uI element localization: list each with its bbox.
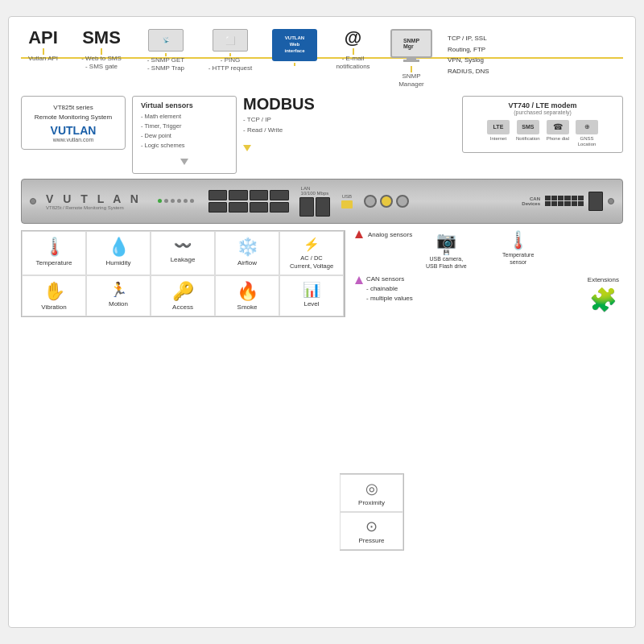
virtual-sensors-box: Virtual sensors - Math element- Timer, T… [132, 96, 237, 174]
rack-port [270, 190, 289, 200]
vt825-line1: VT825t series [30, 103, 117, 113]
ping-label: - PING- HTTP request [208, 56, 253, 73]
sensor-acdc: ⚡ AC / DCCurrent, Voltage [279, 231, 344, 276]
modbus-title: MODBUS [243, 96, 324, 112]
modbus-list: - TCP / IP- Read / Write [243, 115, 324, 136]
web-icon: VUTLANWebinterface [272, 29, 317, 61]
vt740-lte: LTE Internet [487, 120, 510, 147]
rack-can-label: CANDevices [522, 196, 540, 206]
rack-circles [364, 195, 409, 208]
rack-led-gray5 [190, 199, 194, 203]
api-connector-down [43, 48, 44, 55]
rack-logo: V U T L A N [46, 192, 142, 205]
sms-item: SMS - Web to SMS- SMS gate [73, 29, 130, 72]
email-title: @ [345, 29, 361, 47]
main-container: API Vutlan API SMS - Web to SMS- SMS gat… [8, 16, 636, 628]
access-icon: 🔑 [172, 283, 194, 300]
api-title: API [28, 29, 58, 47]
access-label: Access [172, 303, 193, 311]
sms-connector-down [101, 48, 102, 55]
proximity-pressure-column: ◎ Proximity ⊙ Pressure [340, 473, 404, 551]
right-annotations-area: Analog sensors 📷 💾 USB camera,USB Flash … [345, 230, 623, 318]
rack-led-gray4 [184, 199, 188, 203]
rack-port [208, 190, 228, 200]
snmp-get-item: 📡 - SNMP GET- SNMP Trap [138, 29, 194, 73]
sms-title: SMS [82, 29, 121, 47]
rack-right-area: CANDevices [522, 192, 614, 211]
rack-port [229, 190, 248, 200]
sensor-temperature: 🌡️ Temperature [22, 231, 86, 276]
rack-circle2 [380, 195, 393, 208]
snmp-label: - SNMP GET- SNMP Trap [147, 56, 185, 73]
vt740-title: VT740 / LTE modem [471, 101, 614, 109]
extensions-label: Extensions [588, 276, 619, 283]
rack-subtitle: VT825t / Remote Monitoring System [46, 205, 142, 210]
humidity-icon: 💧 [108, 238, 130, 256]
sms-label: - Web to SMS- SMS gate [81, 55, 122, 72]
airflow-label: Airflow [237, 259, 257, 266]
vt740-sms: SMS Notification [516, 120, 540, 147]
middle-section: VT825t series Remote Monitoring System V… [21, 96, 623, 174]
snmp-icon: 📡 [163, 37, 170, 43]
rack-port [250, 202, 269, 213]
api-item: API Vutlan API [21, 29, 65, 63]
web-interface-item: VUTLANWebinterface [266, 29, 323, 66]
vt825-brand: VUTLAN [30, 124, 117, 137]
vibration-label: Vibration [41, 303, 66, 311]
vt740-box: VT740 / LTE modem (purchased separately)… [462, 96, 623, 153]
web-connector [294, 63, 295, 66]
rack-usb-port [341, 200, 353, 208]
pressure-label: Pressure [358, 537, 384, 544]
rack-screw-right [608, 198, 614, 204]
vibration-icon: ✋ [43, 283, 65, 300]
rack-io-pins [545, 196, 584, 206]
analog-arrow-up [355, 230, 363, 238]
vt740-gnss: ⊕ GNSSLocation [576, 120, 598, 147]
rack-circle3 [396, 195, 409, 208]
smoke-icon: 🔥 [237, 283, 258, 300]
level-icon: 📊 [303, 283, 320, 297]
temperature-icon: 🌡️ [43, 238, 65, 256]
can-arrow-up [355, 276, 363, 284]
ping-item: ⬜ - PING- HTTP request [202, 29, 258, 73]
snmp-manager-icon: SNMPMgr [390, 29, 432, 58]
virtual-sensors-title: Virtual sensors [141, 101, 228, 109]
snmp-manager-item: SNMPMgr SNMPManager [383, 29, 440, 89]
rack-lan-area: LAN10/100 Mbps [299, 186, 330, 217]
email-label: - E-mailnotifications [336, 55, 369, 72]
temp-sensor-label: Temperaturesensor [502, 251, 534, 266]
tcpip-item: TCP / IP, SSLRouting, FTPVPN, SyslogRADI… [448, 29, 512, 76]
analog-label: Analog sensors [368, 230, 412, 239]
top-section-wrapper: API Vutlan API SMS - Web to SMS- SMS gat… [21, 29, 623, 89]
sensor-motion: 🏃 Motion [86, 275, 151, 316]
modbus-arrow [243, 145, 251, 151]
analog-annotation: Analog sensors [355, 230, 412, 244]
sensor-vibration: ✋ Vibration [22, 275, 86, 316]
rack-led-gray2 [171, 199, 175, 203]
rack-port [250, 190, 269, 200]
email-connector [353, 48, 354, 55]
api-label: Vutlan API [28, 55, 58, 63]
sensor-level: 📊 Level [279, 275, 344, 316]
sensor-grid: 🌡️ Temperature 💧 Humidity 〰️ Leakage ❄️ … [21, 230, 345, 318]
level-label: Level [303, 300, 319, 308]
smoke-label: Smoke [237, 303, 258, 311]
airflow-icon: ❄️ [237, 238, 258, 256]
sensor-proximity: ◎ Proximity [340, 474, 403, 512]
usb-label: USB camera,USB Flash drive [426, 255, 467, 270]
can-label: CAN sensors- chainable- multiple values [366, 275, 413, 303]
motion-icon: 🏃 [109, 283, 127, 297]
rack-port [208, 202, 228, 213]
leakage-icon: 〰️ [174, 238, 192, 253]
snmp-manager-label: SNMPManager [398, 72, 424, 89]
rack-rj45 [588, 192, 603, 211]
rack-ports [208, 190, 289, 213]
extensions-area: Extensions 🧩 [588, 276, 619, 313]
vt825-box: VT825t series Remote Monitoring System V… [21, 96, 126, 150]
sensor-humidity: 💧 Humidity [86, 231, 151, 276]
rack-lan-port1 [299, 197, 314, 217]
modbus-box: MODBUS - TCP / IP- Read / Write [243, 96, 324, 155]
acdc-icon: ⚡ [303, 238, 320, 251]
usb-camera-area: 📷 💾 USB camera,USB Flash drive [426, 230, 467, 270]
virtual-sensors-list: - Math element- Timer, Trigger- Dew poin… [141, 112, 228, 151]
